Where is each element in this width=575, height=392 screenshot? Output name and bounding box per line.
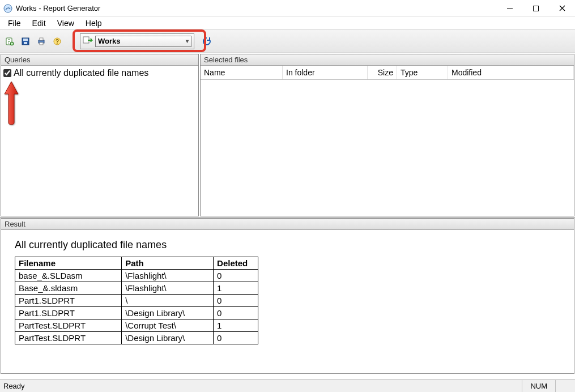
files-columns-row: Name In folder Size Type Modified (201, 66, 574, 80)
status-ready: Ready (3, 382, 522, 390)
result-col-filename: Filename (15, 257, 122, 270)
column-size[interactable]: Size (368, 66, 397, 79)
svg-rect-11 (40, 38, 43, 40)
cell-path: \Design Library\ (122, 307, 214, 319)
query-checkbox[interactable] (3, 69, 11, 77)
table-row: Part1.SLDPRT\Design Library\0 (15, 307, 258, 319)
refresh-button[interactable] (199, 34, 214, 49)
table-row: Base_&.sldasm\Flashlight\1 (15, 282, 258, 295)
svg-rect-9 (24, 42, 27, 44)
cell-filename: PartTest.SLDPRT (15, 332, 122, 344)
table-row: PartTest.SLDPRT\Design Library\0 (15, 332, 258, 344)
cell-path: \Design Library\ (122, 332, 214, 344)
svg-text:?: ? (56, 39, 59, 45)
toolbar: ? Works ▾ (0, 29, 575, 53)
cell-deleted: 0 (214, 307, 258, 319)
cell-filename: Part1.SLDPRT (15, 307, 122, 319)
cell-path: \Flashlight\ (122, 282, 214, 295)
top-split: Queries All currently duplicated file na… (0, 53, 575, 218)
queries-panel: Queries All currently duplicated file na… (1, 54, 199, 216)
queries-list: All currently duplicated file names (1, 66, 198, 216)
cell-filename: Part1.SLDPRT (15, 295, 122, 307)
window-title: Works - Report Generator (16, 4, 100, 12)
cell-filename: PartTest.SLDPRT (15, 319, 122, 332)
statusbar: Ready NUM (0, 380, 575, 392)
minimize-button[interactable] (497, 0, 523, 17)
table-row: Part1.SLDPRT\0 (15, 295, 258, 307)
cell-deleted: 0 (214, 332, 258, 344)
svg-rect-8 (23, 39, 28, 41)
result-col-deleted: Deleted (214, 257, 258, 270)
result-header-row: Filename Path Deleted (15, 257, 258, 270)
cell-filename: base_&.SLDasm (15, 270, 122, 282)
cell-path: \Corrupt Test\ (122, 319, 214, 332)
svg-point-0 (4, 5, 12, 12)
cell-deleted: 0 (214, 295, 258, 307)
menu-help[interactable]: Help (80, 17, 108, 29)
vault-selector-group: Works ▾ (80, 33, 194, 49)
result-body: All currently duplicated file names File… (1, 230, 574, 373)
status-num: NUM (522, 380, 555, 392)
svg-rect-2 (534, 6, 539, 11)
vault-combo-label: Works (98, 37, 121, 45)
queries-panel-header: Queries (1, 54, 198, 66)
result-panel: Result All currently duplicated file nam… (1, 218, 574, 374)
selected-files-header: Selected files (201, 54, 574, 66)
chevron-down-icon: ▾ (186, 38, 189, 44)
result-panel-header: Result (1, 219, 574, 230)
selected-files-panel: Selected files Name In folder Size Type … (200, 54, 574, 216)
result-col-path: Path (122, 257, 214, 270)
save-button[interactable] (18, 34, 33, 49)
titlebar: Works - Report Generator (0, 0, 575, 17)
result-heading: All currently duplicated file names (15, 239, 560, 251)
cell-path: \ (122, 295, 214, 307)
cell-path: \Flashlight\ (122, 270, 214, 282)
menubar: File Edit View Help (0, 17, 575, 29)
column-modified[interactable]: Modified (448, 66, 574, 79)
app-icon (3, 4, 12, 13)
menu-edit[interactable]: Edit (27, 17, 52, 29)
query-label: All currently duplicated file names (14, 68, 148, 78)
maximize-button[interactable] (523, 0, 549, 17)
svg-rect-12 (40, 42, 43, 45)
new-report-button[interactable] (2, 34, 17, 49)
vault-combo[interactable]: Works ▾ (95, 36, 191, 47)
menu-view[interactable]: View (52, 17, 80, 29)
result-table: Filename Path Deleted base_&.SLDasm\Flas… (15, 257, 258, 344)
cell-filename: Base_&.sldasm (15, 282, 122, 295)
close-button[interactable] (549, 0, 575, 17)
table-row: PartTest.SLDPRT\Corrupt Test\1 (15, 319, 258, 332)
menu-file[interactable]: File (2, 17, 27, 29)
window-controls (497, 0, 575, 17)
status-grip (555, 380, 572, 392)
column-type[interactable]: Type (397, 66, 448, 79)
vault-run-icon[interactable] (83, 35, 93, 47)
cell-deleted: 1 (214, 282, 258, 295)
table-row: base_&.SLDasm\Flashlight\0 (15, 270, 258, 282)
help-button[interactable]: ? (50, 34, 65, 49)
column-folder[interactable]: In folder (283, 66, 368, 79)
query-item[interactable]: All currently duplicated file names (2, 68, 197, 78)
column-name[interactable]: Name (201, 66, 283, 79)
cell-deleted: 0 (214, 270, 258, 282)
cell-deleted: 1 (214, 319, 258, 332)
files-body (201, 80, 574, 216)
print-button[interactable] (34, 34, 49, 49)
